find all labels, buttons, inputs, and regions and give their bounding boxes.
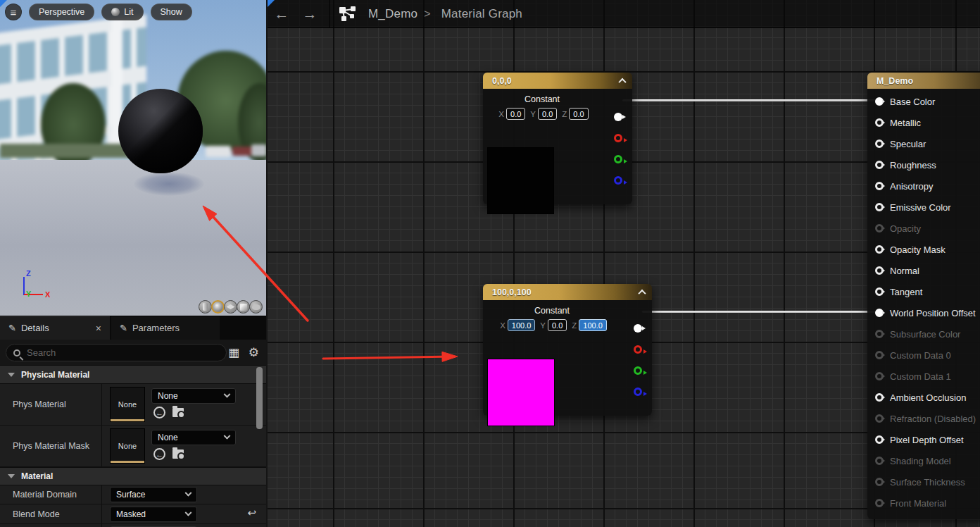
details-scrollbar[interactable]	[256, 367, 263, 429]
display-filter-icon[interactable]: ▦	[228, 345, 239, 360]
collapse-chevron-icon[interactable]	[618, 78, 626, 85]
pin-icon[interactable]	[875, 245, 884, 254]
breadcrumb-page[interactable]: Material Graph	[441, 7, 522, 21]
output-pin-b[interactable]	[614, 176, 622, 185]
wire-worldpositionoffset[interactable]	[642, 311, 880, 313]
material-pin-subsurface-color[interactable]: Subsurface Color	[867, 323, 980, 345]
constant-node-000[interactable]: 0,0,0 Constant X 0.0 Y 0.0 Z 0.0	[483, 73, 632, 204]
pin-icon[interactable]	[875, 499, 884, 507]
pin-icon[interactable]	[875, 309, 884, 317]
phys-material-dropdown[interactable]: None	[151, 388, 236, 404]
close-icon[interactable]: ×	[96, 323, 101, 334]
show-button[interactable]: Show	[151, 4, 192, 20]
node-header[interactable]: 100,0,100	[483, 284, 652, 300]
cube-mesh-button[interactable]	[237, 300, 250, 314]
pin-icon[interactable]	[875, 287, 884, 296]
back-arrow-icon[interactable]: ←	[268, 6, 296, 23]
output-pin-r[interactable]	[634, 345, 642, 354]
asset-thumbnail[interactable]: None	[110, 387, 145, 422]
material-pin-normal[interactable]: Normal	[867, 260, 980, 281]
pin-icon[interactable]	[875, 224, 884, 232]
z-axis-line	[23, 277, 25, 295]
section-physical-material[interactable]: Physical Material	[0, 365, 266, 384]
plane-mesh-button[interactable]	[224, 300, 237, 314]
material-pin-anisotropy[interactable]: Anisotropy	[867, 175, 980, 197]
browse-to-asset-icon[interactable]	[172, 408, 184, 417]
material-pin-base-color[interactable]: Base Color	[867, 91, 980, 112]
material-pin-emissive-color[interactable]: Emissive Color	[867, 197, 980, 218]
collapse-chevron-icon[interactable]	[638, 289, 646, 297]
settings-gear-icon[interactable]: ⚙	[249, 345, 259, 360]
pin-icon[interactable]	[875, 478, 884, 486]
pin-icon[interactable]	[875, 393, 884, 402]
use-selected-asset-icon[interactable]: ←	[153, 407, 165, 418]
section-material[interactable]: Material	[0, 467, 266, 485]
y-value-field[interactable]: 0.0	[538, 108, 557, 120]
forward-arrow-icon[interactable]: →	[296, 6, 324, 23]
x-value-field[interactable]: 0.0	[506, 108, 525, 120]
wire-basecolor[interactable]	[622, 99, 880, 101]
preview-viewport[interactable]: ≡ Perspective Lit Show Z X Y	[0, 0, 266, 316]
phys-material-mask-dropdown[interactable]: None	[151, 430, 236, 445]
output-pin-r[interactable]	[614, 134, 622, 142]
tab-parameters[interactable]: ✎ Parameters	[111, 316, 220, 340]
material-pin-refraction[interactable]: Refraction (Disabled)	[867, 408, 980, 429]
sphere-mesh-button[interactable]	[211, 300, 225, 314]
output-pin-rgb[interactable]	[634, 324, 642, 333]
material-pin-metallic[interactable]: Metallic	[867, 112, 980, 133]
lit-mode-button[interactable]: Lit	[101, 4, 143, 20]
pin-icon[interactable]	[875, 330, 884, 338]
material-pin-opacity-mask[interactable]: Opacity Mask	[867, 239, 980, 260]
y-value-field[interactable]: 0.0	[548, 319, 567, 331]
material-pin-front-material[interactable]: Front Material	[867, 492, 980, 514]
viewport-menu-icon[interactable]: ≡	[5, 4, 22, 20]
pin-icon[interactable]	[875, 203, 884, 211]
material-pin-world-position-offset[interactable]: World Position Offset	[867, 302, 980, 323]
pin-icon[interactable]	[875, 351, 884, 359]
cylinder-mesh-button[interactable]	[199, 300, 212, 314]
pin-icon[interactable]	[875, 118, 884, 127]
node-header[interactable]: M_Demo	[867, 73, 980, 89]
material-pin-shading-model[interactable]: Shading Model	[867, 450, 980, 471]
browse-to-asset-icon[interactable]	[172, 450, 184, 459]
material-pin-ambient-occlusion[interactable]: Ambient Occlusion	[867, 387, 980, 408]
teapot-mesh-button[interactable]	[249, 300, 263, 314]
material-pin-surface-thickness[interactable]: Surface Thickness	[867, 471, 980, 492]
search-input[interactable]: Search	[6, 344, 227, 361]
breadcrumb-asset[interactable]: M_Demo	[368, 7, 417, 21]
pin-icon[interactable]	[875, 457, 884, 465]
material-pin-opacity[interactable]: Opacity	[867, 218, 980, 239]
blend-mode-dropdown[interactable]: Masked	[110, 507, 197, 522]
pin-icon[interactable]	[875, 435, 884, 444]
output-pin-b[interactable]	[634, 388, 642, 396]
pin-icon[interactable]	[875, 414, 884, 423]
material-result-node[interactable]: M_Demo Base Color Metallic Specular Roug…	[867, 73, 980, 519]
pin-icon[interactable]	[875, 161, 884, 169]
output-pin-rgb[interactable]	[614, 113, 622, 121]
constant-node-100-0-100[interactable]: 100,0,100 Constant X 100.0 Y 0.0 Z 100.0	[483, 284, 652, 416]
node-header[interactable]: 0,0,0	[483, 73, 632, 89]
material-pin-tangent[interactable]: Tangent	[867, 281, 980, 302]
reset-to-default-icon[interactable]: ↩	[247, 507, 256, 519]
pin-icon[interactable]	[875, 97, 884, 106]
material-domain-dropdown[interactable]: Surface	[110, 487, 197, 502]
pin-icon[interactable]	[875, 266, 884, 275]
z-value-field[interactable]: 100.0	[579, 319, 607, 331]
pin-icon[interactable]	[875, 372, 884, 380]
material-pin-custom-data-1[interactable]: Custom Data 1	[867, 366, 980, 387]
material-pin-pixel-depth-offset[interactable]: Pixel Depth Offset	[867, 429, 980, 450]
pin-icon[interactable]	[875, 140, 884, 148]
tab-details[interactable]: ✎ Details ×	[0, 316, 110, 340]
perspective-button[interactable]: Perspective	[29, 4, 94, 20]
material-pin-custom-data-0[interactable]: Custom Data 0	[867, 345, 980, 366]
asset-thumbnail[interactable]: None	[110, 428, 145, 464]
output-pin-g[interactable]	[634, 366, 642, 375]
pin-icon[interactable]	[875, 182, 884, 190]
z-value-field[interactable]: 0.0	[569, 108, 588, 120]
x-value-field[interactable]: 100.0	[508, 319, 536, 331]
output-pin-g[interactable]	[614, 155, 622, 163]
use-selected-asset-icon[interactable]: ←	[153, 448, 165, 460]
material-pin-specular[interactable]: Specular	[867, 133, 980, 154]
preview-sphere[interactable]	[118, 89, 203, 173]
material-pin-roughness[interactable]: Roughness	[867, 154, 980, 175]
